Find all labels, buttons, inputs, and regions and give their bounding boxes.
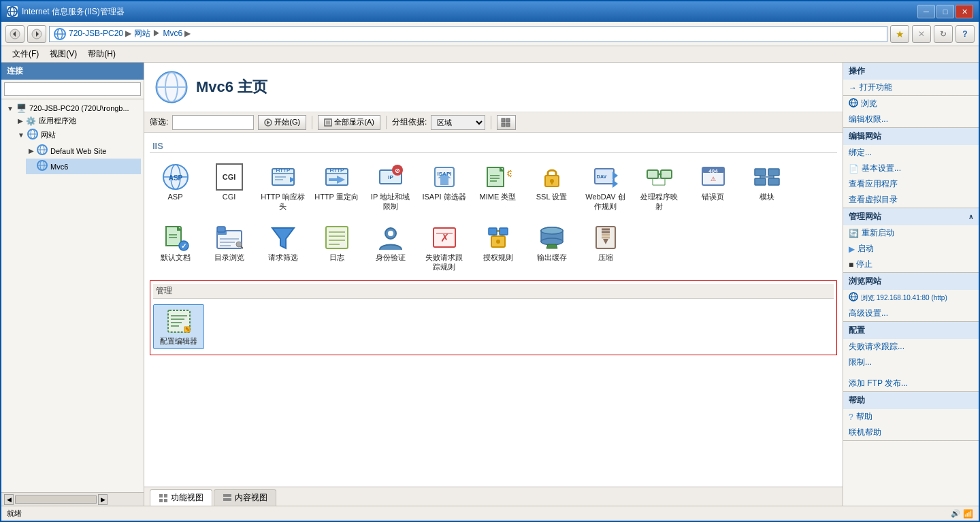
crumb-1[interactable]: 网站	[134, 29, 150, 38]
action-advanced-settings[interactable]: 高级设置...	[843, 306, 979, 321]
horizontal-scrollbar[interactable]	[15, 495, 97, 504]
icon-ip-domain[interactable]: IP ⊘ IP 地址和域限制	[365, 160, 416, 215]
icon-ssl-label: SSL 设置	[536, 192, 567, 201]
manage-section-title: 管理	[153, 284, 834, 299]
action-add-ftp-label: 添加 FTP 发布...	[849, 378, 908, 389]
separator-1	[312, 116, 312, 129]
close-button[interactable]: ✕	[956, 5, 973, 18]
action-failed-trace[interactable]: 失败请求跟踪...	[843, 339, 979, 355]
icon-compress[interactable]: 压缩	[580, 221, 631, 276]
expand-icon-dws: ▶	[29, 147, 34, 154]
icon-modules[interactable]: 模块	[741, 160, 792, 215]
icon-asp[interactable]: ASP ASP	[150, 160, 201, 215]
back-button[interactable]	[5, 25, 24, 43]
svg-rect-31	[502, 123, 505, 127]
favorites-button[interactable]: ★	[890, 25, 909, 43]
search-input[interactable]	[4, 82, 141, 96]
tree-item-root[interactable]: ▼ 🖥️ 720-JSB-PC20 (720U\rongb...	[4, 102, 141, 114]
icon-failed-request[interactable]: ✗ 失败请求跟踪规则	[419, 221, 470, 276]
collapse-manage-btn[interactable]: ∧	[968, 213, 973, 221]
menu-view[interactable]: 视图(V)	[44, 47, 82, 62]
stop-button[interactable]: ✕	[912, 25, 931, 43]
svg-rect-77	[768, 169, 779, 176]
icon-ssl[interactable]: SSL 设置	[526, 160, 577, 215]
expand-icon-apppools: ▶	[18, 117, 23, 125]
action-start[interactable]: ▶ 启动	[843, 241, 979, 257]
icon-error-pages[interactable]: 404 ⚠ 错误页	[687, 160, 738, 215]
scroll-left-btn[interactable]: ◀	[4, 494, 14, 505]
icon-authz-rules[interactable]: 授权规则	[472, 221, 523, 276]
action-restart-label: 重新启动	[862, 227, 894, 239]
action-view-apps[interactable]: 查看应用程序	[843, 176, 979, 192]
action-browse-80[interactable]: 浏览 192.168.10.41:80 (http)	[843, 290, 979, 306]
filter-bar: 筛选: 开始(G) 全部显示(A) 分组依据: 区域	[144, 112, 843, 133]
svg-rect-136	[223, 498, 231, 501]
action-restart[interactable]: 🔄 重新启动	[843, 225, 979, 241]
tree-icon-apppools: ⚙️	[26, 116, 36, 126]
tree-item-default-web-site[interactable]: ▶ Default Web Site	[26, 143, 141, 159]
icon-output-cache[interactable]: 输出缓存	[526, 221, 577, 276]
right-section-browse: 浏览 编辑权限...	[843, 96, 979, 128]
action-add-ftp[interactable]: 添加 FTP 发布...	[843, 376, 979, 391]
icon-logging[interactable]: 日志	[311, 221, 362, 276]
svg-rect-67	[647, 170, 658, 178]
start-button[interactable]: 开始(G)	[258, 115, 306, 130]
icon-mime-types[interactable]: ⚙ MIME 类型	[472, 160, 523, 215]
svg-marker-65	[612, 172, 618, 180]
action-help[interactable]: ? 帮助	[843, 409, 979, 425]
show-all-button[interactable]: 全部显示(A)	[318, 115, 380, 130]
action-stop[interactable]: ■ 停止	[843, 257, 979, 272]
icon-handler-mappings-label: 处理程序映射	[637, 192, 681, 212]
svg-rect-134	[164, 499, 167, 502]
menu-help[interactable]: 帮助(H)	[82, 47, 121, 62]
icon-default-doc[interactable]: ✓ 默认文档	[150, 221, 201, 276]
icon-isapi-filter[interactable]: ISAPI ISAPI 筛选器	[419, 160, 470, 215]
manage-icons-grid: ✎ 配置编辑器	[153, 301, 834, 352]
icon-webdav[interactable]: DAV WebDAV 创作规则	[580, 160, 631, 215]
icon-handler-mappings[interactable]: 处理程序映射	[634, 160, 685, 215]
icon-config-editor[interactable]: ✎ 配置编辑器	[153, 304, 204, 349]
svg-rect-29	[502, 118, 505, 122]
action-browse[interactable]: 浏览	[843, 96, 979, 112]
action-edit-perms[interactable]: 编辑权限...	[843, 112, 979, 127]
svg-rect-68	[661, 170, 672, 178]
tab-content-view[interactable]: 内容视图	[214, 489, 276, 506]
icon-http-redirect[interactable]: HTTP HTTP 重定向	[311, 160, 362, 215]
right-section-browse-website: 浏览网站 浏览 192.168.10.41:80 (http) 高级设置...	[843, 273, 979, 322]
menu-bar: 文件(F) 视图(V) 帮助(H)	[1, 46, 979, 63]
right-section-edit-website: 编辑网站 绑定... 📄 基本设置... 查看应用程序 查看虚拟目录	[843, 128, 979, 208]
action-open-feature[interactable]: → 打开功能	[843, 80, 979, 95]
group-select[interactable]: 区域	[431, 115, 485, 130]
icon-dir-browsing[interactable]: 目录浏览	[203, 221, 255, 276]
menu-file[interactable]: 文件(F)	[7, 47, 44, 62]
scroll-right-btn[interactable]: ▶	[98, 494, 108, 505]
action-bind[interactable]: 绑定...	[843, 145, 979, 161]
refresh-button[interactable]: ↻	[934, 25, 953, 43]
crumb-2[interactable]: Mvc6	[163, 29, 182, 38]
filter-input[interactable]	[172, 115, 254, 130]
restart-icon: 🔄	[849, 229, 859, 238]
tree-item-sites[interactable]: ▼ 网站	[15, 127, 141, 143]
action-limits[interactable]: 限制...	[843, 355, 979, 370]
tree-item-mvc6[interactable]: ▶ Mvc6	[26, 159, 141, 174]
minimize-button[interactable]: ─	[917, 5, 935, 18]
icon-mime-types-label: MIME 类型	[480, 192, 517, 201]
svg-point-105	[388, 231, 393, 236]
maximize-button[interactable]: □	[936, 5, 954, 18]
icon-auth[interactable]: 身份验证	[365, 221, 416, 276]
icon-cgi[interactable]: CGI CGI	[203, 160, 255, 215]
forward-button[interactable]	[27, 25, 46, 43]
help-nav-button[interactable]: ?	[956, 25, 975, 43]
icon-request-filter[interactable]: 请求筛选	[257, 221, 308, 276]
icon-cgi-label: CGI	[223, 192, 236, 201]
tree-icon-dws	[37, 144, 48, 157]
tree-item-apppools[interactable]: ▶ ⚙️ 应用程序池	[15, 114, 141, 127]
crumb-0[interactable]: 720-JSB-PC20	[69, 29, 123, 38]
icon-http-response[interactable]: HTTP HTTP 响应标头	[257, 160, 308, 215]
action-basic-settings[interactable]: 📄 基本设置...	[843, 161, 979, 176]
action-view-virtual-dirs[interactable]: 查看虚拟目录	[843, 192, 979, 208]
tab-feature-view[interactable]: 功能视图	[150, 489, 212, 506]
view-toggle-button[interactable]	[497, 115, 516, 130]
spacer	[843, 370, 979, 376]
action-online-help[interactable]: 联机帮助	[843, 425, 979, 440]
